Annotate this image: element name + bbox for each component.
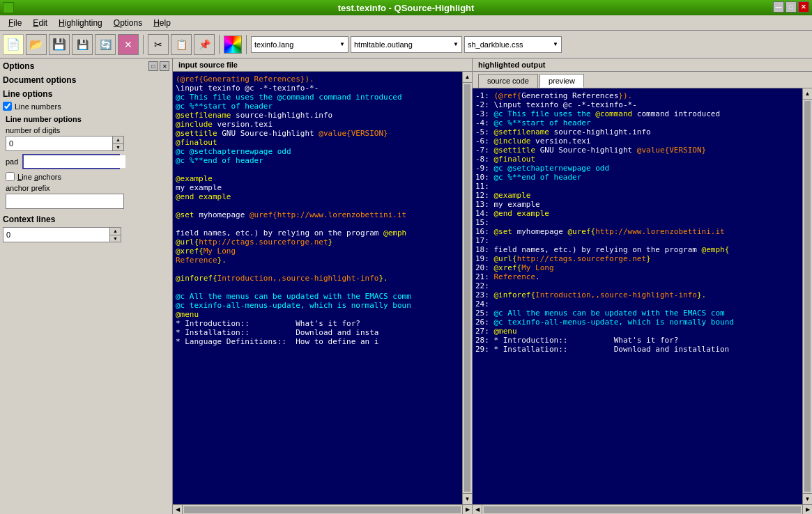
source-scroll-right-btn[interactable]: ▶ — [462, 505, 472, 515]
context-lines-down-btn[interactable]: ▼ — [109, 235, 121, 242]
outlang-combo[interactable]: htmltable.outlang ▼ — [351, 36, 462, 53]
tab-preview[interactable]: preview — [539, 74, 584, 88]
menu-file[interactable]: File — [3, 17, 27, 29]
panel-close-btn[interactable]: ✕ — [160, 61, 169, 71]
title-bar: test.texinfo - QSource-Highlight — □ ✕ — [0, 0, 812, 15]
toolbar-close-btn[interactable]: ✕ — [118, 34, 139, 55]
source-hscroll-thumb[interactable] — [184, 506, 461, 513]
lang-combo-arrow: ▼ — [339, 41, 345, 47]
context-lines-spinbox: 0 ▲ ▼ — [3, 227, 121, 242]
num-digits-input[interactable]: 0 — [6, 137, 112, 150]
toolbar-sep-1 — [143, 35, 144, 54]
context-lines-input[interactable]: 0 — [3, 228, 109, 242]
options-panel: Options □ ✕ Document options Line option… — [0, 59, 173, 514]
source-pane-header: input source file — [173, 59, 472, 72]
css-combo[interactable]: sh_darkblue.css ▼ — [464, 36, 562, 53]
lang-combo-value: texinfo.lang — [254, 40, 339, 49]
window-title: test.texinfo - QSource-Highlight — [338, 3, 475, 13]
toolbar-sep-2 — [219, 35, 220, 54]
context-lines-spinbox-btns: ▲ ▼ — [109, 228, 121, 242]
toolbar-sep-3 — [246, 35, 247, 54]
toolbar-paste-btn[interactable]: 📌 — [194, 34, 215, 55]
toolbar-reload-btn[interactable]: 🔄 — [95, 34, 116, 55]
css-combo-arrow: ▼ — [553, 41, 558, 47]
options-panel-title: Options — [3, 61, 34, 71]
output-scroll-right-btn[interactable]: ▶ — [802, 505, 812, 515]
num-digits-label: number of digits — [6, 126, 169, 134]
main-layout: Options □ ✕ Document options Line option… — [0, 59, 812, 514]
anchor-prefix-section: anchor prefix — [6, 184, 169, 209]
output-code-area[interactable]: -1: (@ref{Generating References}). -2: \… — [473, 88, 802, 504]
output-hscrollbar[interactable]: ◀ ▶ — [473, 504, 812, 514]
context-lines-section: Context lines 0 ▲ ▼ — [3, 215, 169, 242]
source-scroll-down-btn[interactable]: ▼ — [463, 493, 472, 504]
toolbar-save-btn[interactable]: 💾 — [49, 34, 70, 55]
pad-input-container: -| — [22, 154, 120, 169]
menu-options[interactable]: Options — [108, 17, 148, 29]
line-options-title: Line options — [3, 89, 169, 99]
output-scroll-up-btn[interactable]: ▲ — [803, 88, 812, 100]
pad-row: pad -| — [6, 154, 169, 169]
toolbar-saveas-btn[interactable]: 💾 — [72, 34, 93, 55]
num-digits-up-btn[interactable]: ▲ — [112, 137, 123, 144]
source-scroll-up-btn[interactable]: ▲ — [463, 72, 472, 83]
source-scroll-left-btn[interactable]: ◀ — [173, 505, 183, 515]
line-number-options-section: Line number options number of digits 0 ▲… — [6, 115, 169, 209]
window-controls: — □ ✕ — [773, 1, 809, 13]
output-scroll-left-btn[interactable]: ◀ — [473, 505, 482, 515]
source-scroll-thumb[interactable] — [464, 84, 470, 492]
output-pane: highlighted output source code preview -… — [473, 59, 812, 514]
minimize-button[interactable]: — — [773, 1, 784, 13]
source-code-area[interactable]: (@ref{Generating References}). \input te… — [173, 72, 462, 504]
css-combo-value: sh_darkblue.css — [468, 40, 553, 49]
tab-source-code[interactable]: source code — [478, 74, 538, 88]
close-button[interactable]: ✕ — [798, 1, 809, 13]
line-anchors-row: Line anchors — [6, 172, 169, 181]
toolbar-copy-btn[interactable]: 📋 — [171, 34, 192, 55]
line-numbers-checkbox[interactable] — [3, 102, 12, 111]
source-pane-body: (@ref{Generating References}). \input te… — [173, 72, 472, 504]
output-pane-body: -1: (@ref{Generating References}). -2: \… — [473, 88, 812, 504]
pad-label: pad — [6, 157, 18, 166]
output-scroll-thumb[interactable] — [804, 101, 811, 492]
menu-highlighting[interactable]: Highlighting — [53, 17, 108, 29]
app-icon — [3, 2, 14, 13]
content-area: input source file (@ref{Generating Refer… — [173, 59, 812, 514]
maximize-button[interactable]: □ — [786, 1, 797, 13]
toolbar: 📄 📂 💾 💾 🔄 ✕ ✂ 📋 📌 texinfo.lang ▼ htmltab… — [0, 31, 812, 59]
source-vscrollbar[interactable]: ▲ ▼ — [462, 72, 472, 504]
menu-help[interactable]: Help — [148, 17, 176, 29]
anchor-prefix-input[interactable] — [6, 194, 124, 209]
line-numbers-label: Line numbers — [15, 102, 61, 111]
output-vscrollbar[interactable]: ▲ ▼ — [802, 88, 812, 504]
context-lines-title: Context lines — [3, 215, 169, 224]
output-scroll-down-btn[interactable]: ▼ — [803, 493, 812, 504]
document-options-title: Document options — [3, 75, 169, 85]
menu-edit[interactable]: Edit — [27, 17, 53, 29]
num-digits-spinbox-btns: ▲ ▼ — [112, 137, 123, 150]
output-hscroll-thumb[interactable] — [484, 506, 801, 513]
pad-input[interactable]: -| — [24, 155, 125, 168]
output-code-content: -1: (@ref{Generating References}). -2: \… — [475, 91, 799, 354]
menu-bar: File Edit Highlighting Options Help — [0, 15, 812, 31]
lang-combo[interactable]: texinfo.lang ▼ — [251, 36, 348, 53]
anchor-prefix-label: anchor prefix — [6, 184, 169, 192]
context-lines-up-btn[interactable]: ▲ — [109, 228, 121, 235]
num-digits-section: number of digits 0 ▲ ▼ — [6, 126, 169, 151]
toolbar-new-btn[interactable]: 📄 — [3, 34, 24, 55]
output-pane-header: highlighted output — [473, 59, 812, 72]
source-hscrollbar[interactable]: ◀ ▶ — [173, 504, 472, 514]
outlang-combo-value: htmltable.outlang — [354, 40, 453, 49]
toolbar-open-btn[interactable]: 📂 — [26, 34, 47, 55]
num-digits-spinbox: 0 ▲ ▼ — [6, 136, 124, 151]
line-anchors-checkbox[interactable] — [6, 172, 15, 181]
options-panel-header: Options □ ✕ — [3, 61, 169, 71]
output-tabs: source code preview — [473, 72, 812, 88]
toolbar-cut-btn[interactable]: ✂ — [148, 34, 169, 55]
line-anchors-label: Line anchors — [17, 173, 61, 181]
source-pane: input source file (@ref{Generating Refer… — [173, 59, 473, 514]
toolbar-color-btn[interactable] — [224, 36, 242, 54]
panel-restore-btn[interactable]: □ — [148, 61, 158, 71]
num-digits-down-btn[interactable]: ▼ — [112, 144, 123, 151]
outlang-combo-arrow: ▼ — [453, 41, 459, 47]
